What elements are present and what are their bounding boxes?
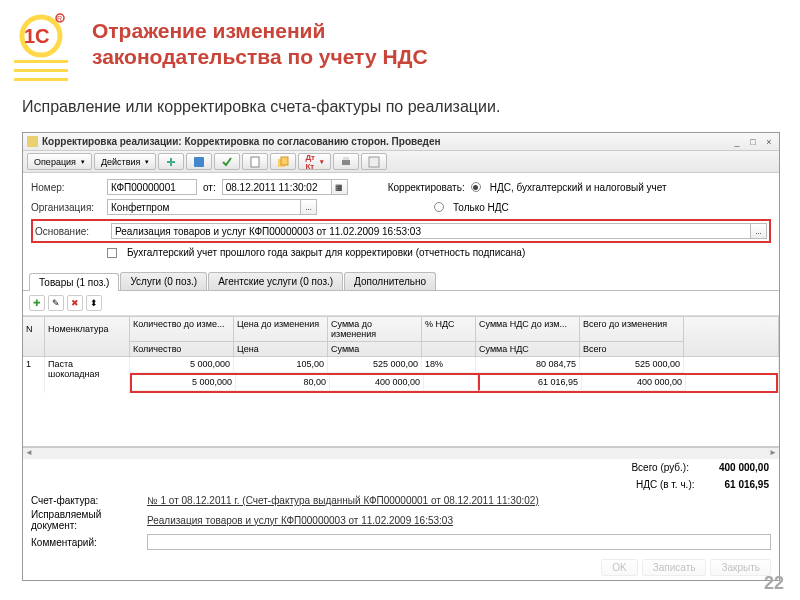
corr-link[interactable]: Реализация товаров и услуг КФП00000003 о… [147, 515, 453, 526]
tab-extra[interactable]: Дополнительно [344, 272, 436, 290]
tool-basis-icon[interactable] [270, 153, 296, 170]
org-select-icon[interactable]: ... [301, 199, 317, 215]
closed-checkbox[interactable] [107, 248, 117, 258]
correct-label: Корректировать: [388, 182, 465, 193]
svg-text:1С: 1С [24, 25, 50, 47]
tool-print-icon[interactable] [333, 153, 359, 170]
svg-rect-10 [342, 160, 350, 165]
close-button[interactable]: Закрыть [710, 559, 771, 576]
save-button[interactable]: Записать [642, 559, 707, 576]
maximize-icon[interactable]: □ [747, 136, 759, 148]
tab-services[interactable]: Услуги (0 поз.) [120, 272, 207, 290]
table-row[interactable]: 1 Паста шоколадная 5 000,000 105,00 525 … [23, 357, 779, 393]
app-window: Корректировка реализации: Корректировка … [22, 132, 780, 581]
decorative-stripes [14, 60, 68, 87]
ot-label: от: [203, 182, 216, 193]
closed-label: Бухгалтерский учет прошлого года закрыт … [127, 247, 525, 258]
h-scrollbar[interactable]: ◄► [23, 447, 779, 459]
cell-vsum: 61 016,95 [478, 375, 582, 391]
cell-n: 1 [23, 357, 45, 393]
total-label: Всего (руб.): [631, 462, 689, 473]
titlebar: Корректировка реализации: Корректировка … [23, 133, 779, 151]
cell-sum-b: 525 000,00 [328, 357, 422, 373]
basis-select-icon[interactable]: ... [751, 223, 767, 239]
svg-text:R: R [57, 15, 62, 22]
sf-label: Счет-фактура: [31, 495, 141, 506]
title-line-2: законодательства по учету НДС [92, 44, 428, 70]
vat-label: НДС (в т. ч.): [636, 479, 695, 490]
cell-qty: 5 000,000 [132, 375, 236, 391]
org-label: Организация: [31, 202, 101, 213]
col-tot-before: Всего до изменения [580, 317, 684, 342]
col-qty-before: Количество до изме... [130, 317, 234, 342]
1c-logo: 1СR [14, 12, 68, 58]
radio-nds[interactable] [434, 202, 444, 212]
tool-post-icon[interactable] [214, 153, 240, 170]
cell-sum: 400 000,00 [330, 375, 424, 391]
svg-rect-12 [369, 157, 379, 167]
close-icon[interactable]: × [763, 136, 775, 148]
col-nom: Номенклатура [45, 317, 130, 357]
grid-del-icon[interactable]: ✖ [67, 295, 83, 311]
col-price: Цена [234, 342, 328, 356]
page-number: 22 [764, 573, 784, 594]
tabs: Товары (1 поз.) Услуги (0 поз.) Агентски… [23, 272, 779, 291]
tool-add-icon[interactable] [158, 153, 184, 170]
comment-label: Комментарий: [31, 537, 141, 548]
grid: N Номенклатура Количество до изме... Цен… [23, 316, 779, 459]
comment-field[interactable] [147, 534, 771, 550]
tool-report-icon[interactable] [242, 153, 268, 170]
title-line-1: Отражение изменений [92, 18, 428, 44]
minimize-icon[interactable]: _ [731, 136, 743, 148]
radio-full[interactable] [471, 182, 481, 192]
col-n: N [23, 317, 45, 357]
col-price-before: Цена до изменения [234, 317, 328, 342]
col-vsum-before: Сумма НДС до изм... [476, 317, 580, 342]
date-picker-icon[interactable]: ▦ [332, 179, 348, 195]
radio-full-label: НДС, бухгалтерский и налоговый учет [490, 182, 667, 193]
basis-label: Основание: [35, 226, 105, 237]
slide-subtitle: Исправление или корректировка счета-факт… [22, 98, 500, 116]
window-title: Корректировка реализации: Корректировка … [42, 136, 731, 147]
operation-menu[interactable]: Операция [27, 153, 92, 170]
svg-rect-5 [170, 158, 172, 166]
total-value: 400 000,00 [719, 462, 769, 473]
col-sum-before: Сумма до изменения [328, 317, 422, 342]
tab-agent[interactable]: Агентские услуги (0 поз.) [208, 272, 343, 290]
doc-icon [27, 136, 38, 147]
number-field[interactable]: КФП00000001 [107, 179, 197, 195]
ok-button[interactable]: OK [601, 559, 637, 576]
tab-goods[interactable]: Товары (1 поз.) [29, 273, 119, 291]
grid-fill-icon[interactable]: ⬍ [86, 295, 102, 311]
actions-menu[interactable]: Действия [94, 153, 156, 170]
sf-link[interactable]: № 1 от 08.12.2011 г. (Счет-фактура выдан… [147, 495, 539, 506]
basis-field[interactable]: Реализация товаров и услуг КФП00000003 о… [111, 223, 751, 239]
svg-rect-11 [343, 157, 349, 160]
date-field[interactable]: 08.12.2011 11:30:02 [222, 179, 332, 195]
cell-vsum-b: 80 084,75 [476, 357, 580, 373]
col-vat-2 [422, 342, 476, 356]
cell-price: 80,00 [236, 375, 330, 391]
org-field[interactable]: Конфетпром [107, 199, 301, 215]
vat-value: 61 016,95 [725, 479, 770, 490]
col-vsum: Сумма НДС [476, 342, 580, 356]
svg-rect-6 [194, 157, 204, 167]
cell-price-b: 105,00 [234, 357, 328, 373]
col-qty: Количество [130, 342, 234, 356]
col-tot: Всего [580, 342, 684, 356]
tool-save-icon[interactable] [186, 153, 212, 170]
number-label: Номер: [31, 182, 101, 193]
cell-vat: 18% [422, 357, 476, 373]
toolbar: Операция Действия ДтКт [23, 151, 779, 173]
cell-tot: 400 000,00 [582, 375, 686, 391]
cell-nom: Паста шоколадная [45, 357, 130, 393]
grid-edit-icon[interactable]: ✎ [48, 295, 64, 311]
col-sum: Сумма [328, 342, 422, 356]
tool-dtkt-icon[interactable]: ДтКт [298, 153, 331, 170]
grid-add-icon[interactable]: ✚ [29, 295, 45, 311]
svg-rect-9 [281, 157, 288, 165]
col-vat: % НДС [422, 317, 476, 342]
tool-settings-icon[interactable] [361, 153, 387, 170]
slide-title: Отражение изменений законодательства по … [92, 18, 428, 71]
form-area: Номер: КФП00000001 от: 08.12.2011 11:30:… [23, 173, 779, 268]
